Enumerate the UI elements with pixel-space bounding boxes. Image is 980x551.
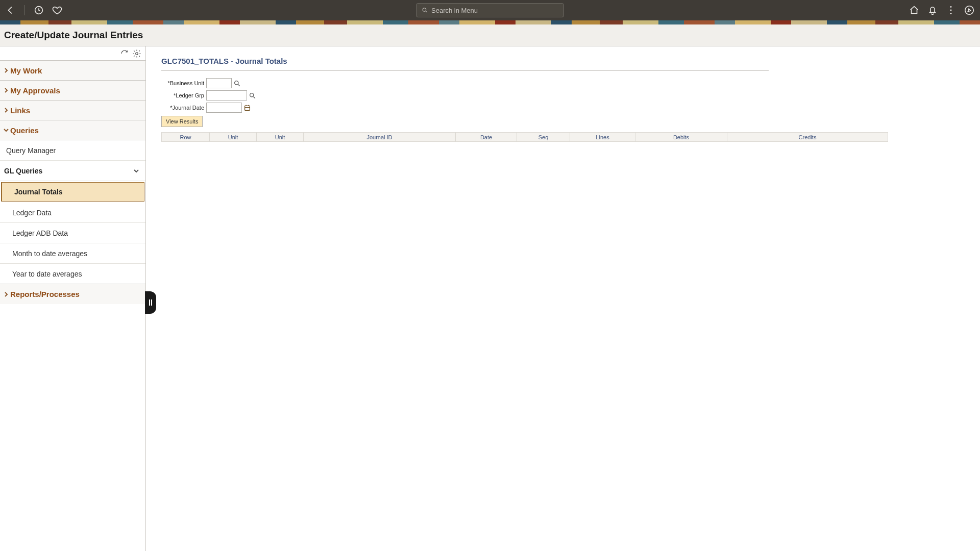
actions-menu-icon[interactable] bbox=[945, 5, 957, 16]
calendar-icon[interactable] bbox=[243, 104, 251, 112]
sidebar-item-gl-queries[interactable]: GL Queries bbox=[0, 161, 145, 181]
section-label: Reports/Processes bbox=[10, 290, 80, 298]
section-label: Queries bbox=[10, 126, 39, 135]
page-title: Create/Update Journal Entries bbox=[4, 30, 143, 41]
svg-rect-9 bbox=[244, 106, 250, 110]
chevron-down-icon bbox=[3, 128, 9, 133]
recent-icon[interactable] bbox=[33, 5, 44, 16]
lookup-icon[interactable] bbox=[233, 79, 241, 87]
svg-point-8 bbox=[250, 93, 253, 96]
back-icon[interactable] bbox=[5, 5, 16, 16]
refresh-icon[interactable] bbox=[120, 49, 129, 58]
item-label: Journal Totals bbox=[14, 188, 63, 196]
section-label: My Approvals bbox=[10, 86, 60, 95]
content-area: GLC7501_TOTALS - Journal Totals *Busines… bbox=[146, 46, 980, 551]
col-journal-id[interactable]: Journal ID bbox=[304, 133, 456, 142]
param-label: *Business Unit bbox=[161, 80, 204, 86]
query-title: GLC7501_TOTALS - Journal Totals bbox=[161, 57, 769, 71]
global-header bbox=[0, 0, 980, 20]
view-results-button[interactable]: View Results bbox=[161, 116, 203, 127]
sidebar-item-ledger-adb-data[interactable]: Ledger ADB Data bbox=[0, 223, 145, 243]
param-label: *Ledger Grp bbox=[161, 92, 204, 98]
queries-subnav: Query Manager GL Queries Journal Totals … bbox=[0, 140, 145, 284]
sidebar-item-ledger-data[interactable]: Ledger Data bbox=[0, 203, 145, 223]
sidebar-section-links[interactable]: Links bbox=[0, 100, 145, 120]
item-label: Ledger ADB Data bbox=[12, 229, 68, 237]
navbar-compass-icon[interactable] bbox=[964, 5, 975, 16]
menu-search-input[interactable] bbox=[431, 7, 558, 14]
sidebar: My Work My Approvals Links Queries Query… bbox=[0, 46, 146, 551]
header-left bbox=[5, 5, 63, 16]
param-business-unit: *Business Unit bbox=[161, 77, 965, 89]
sidebar-tools bbox=[0, 46, 145, 61]
item-label: Ledger Data bbox=[12, 209, 52, 217]
lookup-icon[interactable] bbox=[248, 91, 256, 99]
col-seq[interactable]: Seq bbox=[517, 133, 570, 142]
col-credits[interactable]: Credits bbox=[727, 133, 888, 142]
sidebar-item-journal-totals[interactable]: Journal Totals bbox=[1, 182, 144, 202]
sidebar-section-reports-processes[interactable]: Reports/Processes bbox=[0, 284, 145, 304]
col-lines[interactable]: Lines bbox=[570, 133, 635, 142]
svg-point-1 bbox=[423, 8, 426, 12]
item-label: Month to date averages bbox=[12, 249, 87, 258]
col-row[interactable]: Row bbox=[162, 133, 210, 142]
param-journal-date: *Journal Date bbox=[161, 102, 965, 114]
param-ledger-grp: *Ledger Grp bbox=[161, 89, 965, 102]
chevron-right-icon bbox=[3, 88, 9, 93]
svg-point-7 bbox=[234, 81, 238, 84]
item-label: Year to date averages bbox=[12, 270, 82, 278]
sidebar-item-month-to-date-averages[interactable]: Month to date averages bbox=[0, 243, 145, 264]
sidebar-section-my-approvals[interactable]: My Approvals bbox=[0, 80, 145, 101]
svg-point-4 bbox=[950, 13, 952, 14]
svg-point-6 bbox=[136, 53, 138, 55]
col-date[interactable]: Date bbox=[456, 133, 517, 142]
svg-point-5 bbox=[965, 6, 974, 15]
page-title-bar: Create/Update Journal Entries bbox=[0, 24, 980, 46]
separator bbox=[24, 5, 25, 15]
sidebar-section-queries[interactable]: Queries bbox=[0, 120, 145, 140]
sidebar-item-year-to-date-averages[interactable]: Year to date averages bbox=[0, 264, 145, 284]
journal-date-input[interactable] bbox=[206, 103, 242, 113]
decorative-strip bbox=[0, 20, 980, 24]
svg-point-2 bbox=[950, 6, 952, 8]
sidebar-collapse-handle[interactable] bbox=[145, 291, 156, 314]
ledger-grp-input[interactable] bbox=[206, 90, 247, 101]
favorite-icon[interactable] bbox=[52, 5, 63, 16]
home-icon[interactable] bbox=[909, 5, 920, 16]
header-center bbox=[416, 3, 564, 17]
results-header-row: Row Unit Unit Journal ID Date Seq Lines … bbox=[162, 133, 888, 142]
results-table: Row Unit Unit Journal ID Date Seq Lines … bbox=[161, 132, 888, 142]
col-debits[interactable]: Debits bbox=[635, 133, 727, 142]
param-label: *Journal Date bbox=[161, 105, 204, 111]
section-label: Links bbox=[10, 106, 30, 115]
sidebar-item-query-manager[interactable]: Query Manager bbox=[0, 140, 145, 161]
svg-point-3 bbox=[950, 10, 952, 11]
main-layout: My Work My Approvals Links Queries Query… bbox=[0, 46, 980, 551]
chevron-right-icon bbox=[3, 292, 9, 297]
chevron-right-icon bbox=[3, 68, 9, 73]
item-label: Query Manager bbox=[6, 146, 56, 155]
business-unit-input[interactable] bbox=[206, 78, 232, 88]
notifications-icon[interactable] bbox=[927, 5, 938, 16]
chevron-down-icon bbox=[133, 168, 139, 174]
col-unit-1[interactable]: Unit bbox=[210, 133, 257, 142]
item-label: GL Queries bbox=[4, 167, 42, 175]
sidebar-section-my-work[interactable]: My Work bbox=[0, 60, 145, 81]
section-label: My Work bbox=[10, 66, 42, 75]
col-unit-2[interactable]: Unit bbox=[257, 133, 304, 142]
query-params: *Business Unit *Ledger Grp *Journal Date bbox=[161, 77, 965, 127]
chevron-right-icon bbox=[3, 108, 9, 113]
header-right bbox=[909, 5, 975, 16]
gear-icon[interactable] bbox=[132, 49, 141, 58]
menu-search[interactable] bbox=[416, 3, 564, 17]
